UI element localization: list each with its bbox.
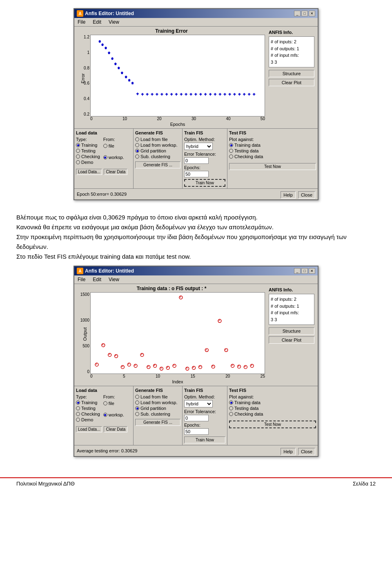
chart-title-1: Training Error [76, 28, 267, 34]
clear-data-btn-1[interactable]: Clear Data [104, 169, 127, 175]
gen-grid-label-1: Grid partition [140, 148, 166, 153]
menu-file-1[interactable]: File [76, 19, 87, 25]
generate-fis-title-1: Generate FIS [135, 130, 180, 135]
anfis-window-1: A Anfis Editor: Untitled _ □ ✕ File Edit… [74, 8, 318, 200]
error-input-2[interactable] [184, 415, 209, 421]
gen-file-radio-btn-1[interactable] [135, 137, 139, 141]
svg-text:*: * [180, 295, 181, 300]
optim-select-2[interactable]: hybrid [184, 400, 213, 407]
error-input-1[interactable] [184, 157, 209, 164]
svg-text:*: * [115, 62, 117, 68]
test-training-radio-btn-2[interactable] [229, 400, 233, 405]
svg-text:+: + [175, 92, 178, 97]
gen-sub-radio-btn-1[interactable] [135, 154, 139, 159]
type-label-2: Type: [76, 394, 100, 399]
demo-radio-2[interactable] [76, 418, 80, 422]
anfis-info-box-2: # of inputs: 2 # of outputs: 1 # of inpu… [269, 294, 314, 325]
panels-row-2: Load data Type: Training Testing [74, 386, 318, 445]
anfis-info-title-1: ANFIS Info. [269, 30, 314, 35]
gen-grid-radio-btn-1[interactable] [135, 149, 139, 153]
worksp-radio-2[interactable] [103, 413, 107, 417]
minimize-btn-1[interactable]: _ [294, 11, 301, 16]
maximize-btn-1[interactable]: □ [301, 11, 308, 16]
gen-worksp-label-2: Load from worksp. [140, 400, 177, 405]
gen-grid-radio-1: Grid partition [135, 148, 180, 153]
load-data-btn-1[interactable]: Load Data... [76, 169, 102, 175]
gen-file-radio-btn-2[interactable] [135, 395, 139, 399]
gen-grid-radio-btn-2[interactable] [135, 406, 139, 410]
testing-radio-2[interactable] [76, 406, 80, 410]
generate-fis-btn-2[interactable]: Generate FIS ... [135, 419, 180, 426]
menu-view-2[interactable]: View [107, 276, 121, 283]
worksp-radio-1[interactable] [103, 155, 107, 159]
test-now-btn-2[interactable]: Test Now [229, 421, 316, 428]
epochs-input-1[interactable] [184, 171, 209, 177]
gen-worksp-radio-2: Load from worksp. [135, 400, 180, 405]
anfis-outputs-1: # of outputs: 1 [271, 45, 312, 52]
close-btn-title-1[interactable]: ✕ [309, 11, 315, 16]
title-buttons-1: _ □ ✕ [294, 11, 315, 16]
testing-radio-row-2: Testing [76, 406, 100, 411]
svg-text:+: + [199, 92, 202, 97]
maximize-btn-2[interactable]: □ [301, 268, 308, 274]
optim-select-1[interactable]: hybrid [184, 143, 213, 150]
clear-plot-btn-1[interactable]: Clear Plot [269, 79, 314, 86]
svg-text:*: * [167, 365, 168, 370]
load-data-cols-1: Type: Training Testing Checking [76, 137, 131, 166]
test-now-btn-1[interactable]: Test Now [229, 163, 316, 170]
test-checking-label-2: Checking data [234, 412, 263, 416]
demo-radio-1[interactable] [76, 160, 80, 164]
svg-text:*: * [147, 365, 149, 369]
menu-file-2[interactable]: File [76, 276, 87, 283]
gen-worksp-radio-btn-2[interactable] [135, 400, 139, 405]
structure-btn-2[interactable]: Structure [269, 327, 314, 335]
file-radio-1[interactable] [103, 144, 107, 148]
load-data-btn-2[interactable]: Load Data... [76, 426, 102, 432]
gen-worksp-radio-btn-1[interactable] [135, 143, 139, 147]
load-data-from-col-2: From: file worksp. [103, 394, 124, 423]
minimize-btn-2[interactable]: _ [294, 268, 301, 274]
generate-fis-btn-1[interactable]: Generate FIS ... [135, 161, 180, 168]
worksp-label-2: worksp. [109, 412, 124, 417]
train-now-btn-2[interactable]: Train Now [184, 436, 225, 443]
checking-radio-2[interactable] [76, 412, 80, 416]
train-now-btn-1[interactable]: Train Now [184, 179, 225, 187]
svg-text:*: * [160, 366, 162, 371]
clear-plot-btn-2[interactable]: Clear Plot [269, 336, 314, 344]
training-radio-1[interactable] [76, 143, 80, 147]
close-btn-title-2[interactable]: ✕ [309, 268, 315, 274]
test-checking-radio-btn-1[interactable] [229, 154, 233, 159]
checking-radio-1[interactable] [76, 154, 80, 159]
training-radio-2[interactable] [76, 400, 80, 405]
title-bar-1: A Anfis Editor: Untitled _ □ ✕ [74, 9, 318, 18]
close-btn-2[interactable]: Close [298, 448, 315, 455]
testing-radio-1[interactable] [76, 149, 80, 153]
close-btn-1[interactable]: Close [298, 191, 315, 199]
demo-label-2: Demo [81, 417, 93, 422]
file-radio-2[interactable] [103, 401, 107, 405]
gen-sub-radio-btn-2[interactable] [135, 412, 139, 416]
anfis-info-1: ANFIS Info. # of inputs: 2 # of outputs:… [267, 28, 316, 127]
status-buttons-1: Help Close [281, 190, 315, 199]
training-label-1: Training [81, 143, 97, 148]
help-btn-2[interactable]: Help [281, 448, 296, 455]
checking-label-1: Checking [81, 154, 100, 159]
menu-edit-1[interactable]: Edit [91, 19, 103, 25]
anfis-input-mfs-1: # of input mfs: [271, 52, 312, 59]
help-btn-1[interactable]: Help [281, 191, 296, 199]
test-fis-panel-2: Test FIS Plot against: Training data Tes… [227, 386, 318, 445]
epochs-input-2[interactable] [184, 428, 209, 435]
test-testing-radio-btn-1[interactable] [229, 149, 233, 153]
menu-view-1[interactable]: View [107, 19, 121, 25]
menu-edit-2[interactable]: Edit [91, 276, 103, 283]
test-testing-radio-btn-2[interactable] [229, 406, 233, 410]
load-data-btn-row-1: Load Data... Clear Data [76, 167, 131, 175]
structure-btn-1[interactable]: Structure [269, 70, 314, 77]
test-checking-radio-btn-2[interactable] [229, 412, 233, 416]
clear-data-btn-2[interactable]: Clear Data [104, 426, 127, 432]
svg-text:+: + [151, 92, 154, 97]
test-training-radio-btn-1[interactable] [229, 143, 233, 147]
svg-text:+: + [219, 92, 221, 97]
gen-grid-radio-2: Grid partition [135, 406, 180, 411]
svg-text:+: + [180, 92, 183, 97]
